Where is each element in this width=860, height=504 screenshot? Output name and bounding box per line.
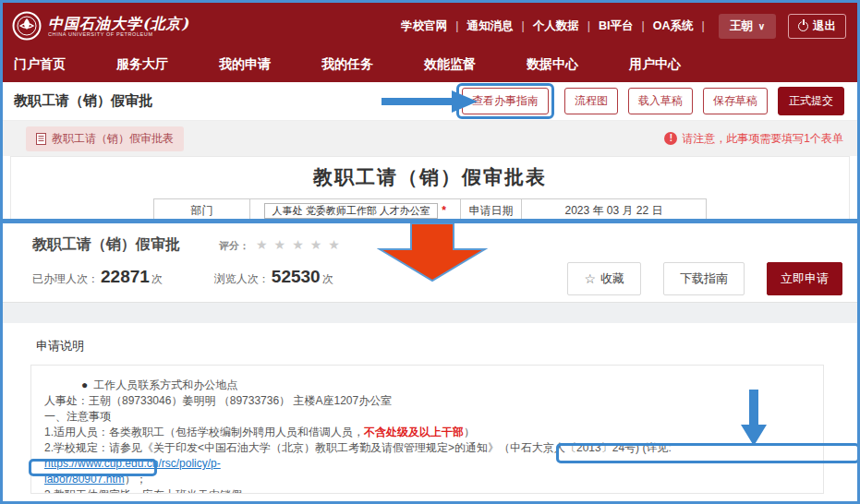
logout-label: 退出 <box>813 18 836 34</box>
note-1: 1.适用人员：各类教职工（包括学校编制外聘用人员和借调人员，不含处级及以上干部） <box>44 425 816 440</box>
link-school-site[interactable]: 学校官网 <box>401 18 447 34</box>
link-personal-data[interactable]: 个人数据 <box>533 18 579 34</box>
exclamation-icon: ! <box>664 132 677 145</box>
link-notifications[interactable]: 通知消息 <box>466 18 513 34</box>
application-instructions: 申请说明 ●工作人员联系方式和办公地点 人事处：王朝（89733046）姜明明 … <box>3 323 857 501</box>
date-label: 申请日期 <box>461 198 522 219</box>
university-logo-text: 中国石油大学(北京) CHINA UNIVERSITY OF PETROLEUM <box>48 16 189 37</box>
service-summary-card: 教职工请（销）假审批 评分： ★ ★ ★ ★ ★ 已办理人次： 22871 次 … <box>3 223 857 303</box>
note-1-highlight: 不含处级及以上干部 <box>364 426 464 438</box>
dept-label: 部门 <box>153 198 250 219</box>
link-separator: | <box>521 19 524 32</box>
flow-chart-button[interactable]: 流程图 <box>564 88 618 114</box>
nav-item-user-center[interactable]: 用户中心 <box>629 56 681 82</box>
rating-star-3[interactable]: ★ <box>292 237 304 252</box>
note-2-line-1: 2.学校规定：请参见《关于印发<中国石油大学（北京）教职工考勤及请假管理规定>的… <box>44 440 816 472</box>
page-toolbar: 教职工请（销）假审批 查看办事指南 流程图 载入草稿 保存草稿 正式提交 <box>3 82 857 121</box>
approval-form: 教职工请（销）假审批表 部门 人事处 党委教师工作部 人才办公室 * 申请日期 … <box>10 156 850 219</box>
rating-label: 评分： <box>219 239 249 253</box>
user-menu-button[interactable]: 王朝 ∨ <box>719 14 776 39</box>
nav-item-service-hall[interactable]: 服务大厅 <box>116 56 168 82</box>
contact-line: 人事处：王朝（89733046）姜明明 （89733736） 主楼A座1207办… <box>44 393 816 409</box>
tab-label: 教职工请（销）假审批表 <box>52 131 174 147</box>
tab-leave-form[interactable]: 教职工请（销）假审批表 <box>26 126 184 151</box>
university-logo-emblem <box>12 11 42 41</box>
university-logo: 中国石油大学(北京) CHINA UNIVERSITY OF PETROLEUM <box>12 11 189 41</box>
policy-link-line-2[interactable]: labor/80907.htm <box>44 473 125 486</box>
logo-text-cn: 中国石油大学(北京) <box>48 16 189 31</box>
chevron-down-icon: ∨ <box>758 21 765 31</box>
views-group: 浏览人次： 52530 次 <box>214 267 333 287</box>
bullet-icon: ● <box>81 378 88 391</box>
instructions-heading: 申请说明 <box>3 323 857 354</box>
favorite-label: 收藏 <box>600 270 624 287</box>
note-3: 3.教职工休假完毕，应在上班当天内销假； <box>44 487 816 494</box>
bullet-text: 工作人员联系方式和办公地点 <box>93 378 237 391</box>
annotation-box-guide-button: 查看办事指南 <box>456 83 554 119</box>
handled-unit: 次 <box>151 271 163 287</box>
notice-text: 请注意，此事项需要填写1个表单 <box>682 131 843 147</box>
star-outline-icon: ☆ <box>584 271 596 286</box>
views-unit: 次 <box>322 271 333 287</box>
policy-link-line-1[interactable]: https://www.cup.edu.cn/rsc/policy/p- <box>44 457 221 470</box>
form-tab-strip: 教职工请（销）假审批表 ! 请注意，此事项需要填写1个表单 <box>3 121 857 156</box>
contact-section-title: ●工作人员联系方式和办公地点 <box>44 378 816 393</box>
main-navigation: 门户首页 服务大厅 我的申请 我的任务 效能监督 数据中心 用户中心 <box>3 47 857 82</box>
logout-button[interactable]: 退出 <box>788 14 846 39</box>
submit-button[interactable]: 正式提交 <box>778 87 844 115</box>
nav-item-my-applications[interactable]: 我的申请 <box>219 56 271 82</box>
note-2-line-2: labor/80907.htm）； <box>44 472 816 487</box>
note-1-suffix: ） <box>464 426 475 438</box>
note-2-suffix: ）； <box>125 473 147 486</box>
service-action-buttons: ☆ 收藏 下载指南 立即申请 <box>567 262 842 295</box>
apply-now-button[interactable]: 立即申请 <box>767 262 842 295</box>
link-separator: | <box>587 19 590 32</box>
note-2-text: 2.学校规定：请参见《关于印发<中国石油大学（北京）教职工考勤及请假管理规定>的… <box>44 441 672 454</box>
portal-panel: 中国石油大学(北京) CHINA UNIVERSITY OF PETROLEUM… <box>3 3 857 219</box>
required-asterisk: * <box>442 199 446 219</box>
instructions-box: ●工作人员联系方式和办公地点 人事处：王朝（89733046）姜明明 （8973… <box>30 365 824 494</box>
link-separator: | <box>641 19 644 32</box>
form-count-notice: ! 请注意，此事项需要填写1个表单 <box>664 131 843 147</box>
date-value: 2023 年 03 月 22 日 <box>522 198 707 219</box>
screenshot-root: 中国石油大学(北京) CHINA UNIVERSITY OF PETROLEUM… <box>0 0 860 504</box>
user-name: 王朝 <box>730 18 753 34</box>
service-title: 教职工请（销）假审批 <box>32 235 180 255</box>
download-guide-button[interactable]: 下载指南 <box>663 262 745 295</box>
handled-count: 22871 <box>101 267 150 287</box>
nav-item-efficiency[interactable]: 效能监督 <box>424 56 476 82</box>
link-bi-platform[interactable]: BI平台 <box>599 18 634 34</box>
nav-item-home[interactable]: 门户首页 <box>14 56 66 82</box>
rating-star-2[interactable]: ★ <box>274 237 286 252</box>
dept-cell: 人事处 党委教师工作部 人才办公室 * <box>250 198 461 219</box>
dept-input[interactable]: 人事处 党委教师工作部 人才办公室 <box>264 203 438 219</box>
save-draft-button[interactable]: 保存草稿 <box>703 88 768 114</box>
service-title-row: 教职工请（销）假审批 评分： ★ ★ ★ ★ ★ <box>32 235 857 255</box>
page-title: 教职工请（销）假审批 <box>14 92 152 110</box>
power-icon <box>798 21 808 31</box>
link-oa-system[interactable]: OA系统 <box>653 18 694 34</box>
notes-title: 一、注意事项 <box>44 409 816 425</box>
note-1-text: 1.适用人员：各类教职工（包括学校编制外聘用人员和借调人员， <box>44 426 364 438</box>
toolbar-buttons: 查看办事指南 流程图 载入草稿 保存草稿 正式提交 <box>456 83 844 119</box>
section-gap <box>3 303 857 323</box>
rating-star-1[interactable]: ★ <box>256 237 268 252</box>
form-title: 教职工请（销）假审批表 <box>11 164 849 190</box>
site-header: 中国石油大学(北京) CHINA UNIVERSITY OF PETROLEUM… <box>3 3 857 82</box>
load-draft-button[interactable]: 载入草稿 <box>628 88 693 114</box>
link-separator: | <box>701 19 704 32</box>
favorite-button[interactable]: ☆ 收藏 <box>567 262 641 295</box>
service-panel: 教职工请（销）假审批 评分： ★ ★ ★ ★ ★ 已办理人次： 22871 次 … <box>3 223 857 501</box>
header-quick-links: 学校官网 | 通知消息 | 个人数据 | BI平台 | OA系统 | 王朝 ∨ <box>401 14 846 39</box>
nav-item-data-center[interactable]: 数据中心 <box>527 56 578 82</box>
nav-item-my-tasks[interactable]: 我的任务 <box>321 56 373 82</box>
document-icon <box>36 133 46 145</box>
link-separator: | <box>455 19 458 32</box>
logo-text-en: CHINA UNIVERSITY OF PETROLEUM <box>48 31 189 37</box>
views-label: 浏览人次： <box>214 271 270 287</box>
handled-label: 已办理人次： <box>32 271 99 287</box>
rating-star-5[interactable]: ★ <box>328 237 340 252</box>
rating-star-4[interactable]: ★ <box>310 237 322 252</box>
header-top-row: 中国石油大学(北京) CHINA UNIVERSITY OF PETROLEUM… <box>3 3 857 47</box>
view-guide-button[interactable]: 查看办事指南 <box>462 88 549 114</box>
